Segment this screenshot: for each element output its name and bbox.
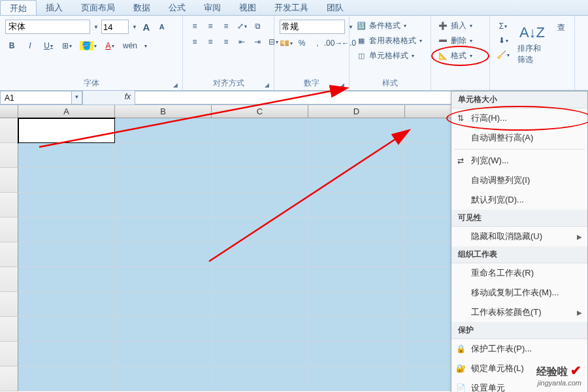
sort-filter-button[interactable]: A↓Z 排序和筛选 [514, 20, 551, 68]
insert-label: 插入 [451, 20, 466, 31]
tab-insert[interactable]: 插入 [37, 0, 72, 15]
name-box[interactable] [0, 91, 72, 105]
menu-protect-sheet[interactable]: 🔒 保护工作表(P)... [451, 339, 587, 359]
align-bottom-button[interactable]: ≡ [220, 20, 233, 33]
select-all-corner[interactable] [0, 105, 18, 118]
borders-button[interactable]: ⊞▾ [60, 39, 73, 52]
conditional-format-button[interactable]: 🔢 条件格式▾ [355, 18, 425, 33]
number-format-select[interactable] [280, 20, 345, 34]
menu-autofit-col[interactable]: 自动调整列宽(I) [451, 171, 587, 190]
row-header[interactable] [0, 317, 18, 342]
menu-move-copy-sheet[interactable]: 移动或复制工作表(M)... [451, 283, 587, 302]
row-header[interactable] [0, 118, 18, 143]
chevron-down-icon[interactable]: ▼ [93, 24, 99, 30]
menu-default-width[interactable]: 默认列宽(D)... [451, 190, 587, 210]
row-header[interactable] [0, 342, 18, 367]
dialog-launcher-icon[interactable]: ◢ [173, 82, 180, 88]
format-dropdown-menu: 单元格大小 ⇅ 行高(H)... 自动调整行高(A) ⇄ 列宽(W)... 自动… [451, 91, 588, 392]
lock-icon: 🔒 [455, 344, 466, 354]
tab-team[interactable]: 团队 [318, 0, 353, 15]
group-font-label: 字体 [0, 78, 182, 89]
align-top-button[interactable]: ≡ [188, 20, 201, 33]
italic-button[interactable]: I [24, 39, 37, 52]
align-left-button[interactable]: ≡ [188, 35, 201, 48]
row-header[interactable] [0, 168, 18, 193]
font-color-button[interactable]: A▾ [103, 39, 116, 52]
comma-button[interactable]: , [311, 37, 324, 50]
fx-label[interactable]: fx [82, 91, 135, 105]
menu-tab-color[interactable]: 工作表标签颜色(T)▶ [451, 302, 587, 322]
row-header[interactable] [0, 267, 18, 292]
cell-style-button[interactable]: ◫ 单元格样式▾ [355, 48, 425, 63]
col-header-d[interactable]: D [308, 105, 405, 118]
group-number: ▼ 💴▾ % , .00→ ←.0 数字 ◢ [274, 16, 350, 90]
tab-home[interactable]: 开始 [0, 0, 37, 15]
row-header[interactable] [0, 292, 18, 317]
insert-cells-button[interactable]: ➕ 插入▾ [436, 18, 484, 33]
font-size-select[interactable] [101, 20, 129, 34]
lock-cell-icon: 🔐 [455, 363, 466, 374]
menu-rename-sheet[interactable]: 重命名工作表(R) [451, 263, 587, 283]
tab-data[interactable]: 数据 [124, 0, 159, 15]
group-number-label: 数字 [274, 78, 349, 89]
insert-icon: ➕ [438, 21, 448, 31]
clear-button[interactable]: 🧹▾ [495, 48, 511, 61]
bold-button[interactable]: B [5, 39, 18, 52]
increase-indent-button[interactable]: ⇥ [251, 35, 264, 48]
menu-section-sheets: 组织工作表 [451, 246, 587, 263]
group-alignment: ≡ ≡ ≡ ⤢▾ ⧉ ≡ ≡ ≡ ⇤ ⇥ ⊟▾ 对齐方式 ◢ [183, 16, 274, 90]
format-cells-button[interactable]: 📐 格式▾ [436, 48, 484, 63]
fill-button[interactable]: ⬇▾ [495, 34, 511, 47]
group-editing: Σ▾ ⬇▾ 🧹▾ A↓Z 排序和筛选 查 [490, 16, 575, 90]
dialog-launcher-icon[interactable]: ◢ [265, 82, 271, 88]
row-headers [0, 118, 18, 391]
orientation-button[interactable]: ⤢▾ [235, 20, 248, 33]
autosum-button[interactable]: Σ▾ [495, 20, 511, 33]
align-middle-button[interactable]: ≡ [204, 20, 217, 33]
menu-row-height[interactable]: ⇅ 行高(H)... [451, 108, 587, 128]
table-format-button[interactable]: ▦ 套用表格格式▾ [355, 33, 425, 48]
chevron-down-icon[interactable]: ▼ [132, 24, 137, 30]
tab-page-layout[interactable]: 页面布局 [72, 0, 124, 15]
row-height-icon: ⇅ [455, 113, 466, 123]
fill-color-button[interactable]: 🪣▾ [78, 39, 98, 52]
align-center-button[interactable]: ≡ [204, 35, 217, 48]
watermark: 经验啦 ✔ jingyanla.com [536, 363, 581, 387]
conditional-format-label: 条件格式 [369, 20, 400, 31]
row-header[interactable] [0, 242, 18, 267]
wrap-text-button[interactable]: ⧉ [251, 20, 264, 33]
phonetic-button[interactable]: wén [122, 39, 139, 52]
font-name-select[interactable] [5, 20, 90, 34]
delete-cells-button[interactable]: ➖ 删除▾ [436, 33, 484, 48]
shrink-font-button[interactable]: A [155, 20, 169, 33]
tab-formulas[interactable]: 公式 [159, 0, 195, 15]
col-header-b[interactable]: B [115, 105, 212, 118]
group-font: ▼ ▼ A A B I U▾ ⊞▾ 🪣▾ A▾ wén▾ 字体 ◢ [0, 16, 183, 90]
increase-decimal-button[interactable]: .00→ [327, 37, 340, 50]
col-header-c[interactable]: C [212, 105, 308, 118]
row-header[interactable] [0, 143, 18, 168]
underline-button[interactable]: U▾ [42, 39, 55, 52]
tab-view[interactable]: 视图 [230, 0, 265, 15]
tab-review[interactable]: 审阅 [195, 0, 230, 15]
dialog-launcher-icon[interactable]: ◢ [340, 82, 346, 88]
row-header[interactable] [0, 193, 18, 218]
menu-col-width[interactable]: ⇄ 列宽(W)... [451, 151, 587, 171]
col-header-a[interactable]: A [18, 105, 115, 118]
currency-button[interactable]: 💴▾ [280, 37, 293, 50]
decrease-indent-button[interactable]: ⇤ [235, 35, 248, 48]
menu-autofit-row[interactable]: 自动调整行高(A) [451, 128, 587, 148]
delete-label: 删除 [451, 35, 466, 46]
align-right-button[interactable]: ≡ [220, 35, 233, 48]
find-button[interactable]: 查 [553, 20, 569, 36]
percent-button[interactable]: % [295, 37, 308, 50]
tab-developer[interactable]: 开发工具 [265, 0, 318, 15]
menu-hide-unhide[interactable]: 隐藏和取消隐藏(U)▶ [451, 227, 587, 246]
grow-font-button[interactable]: A [140, 20, 153, 33]
row-header[interactable] [0, 218, 18, 242]
row-header[interactable] [0, 367, 18, 391]
menu-section-visibility: 可见性 [451, 210, 587, 227]
col-width-icon: ⇄ [455, 155, 466, 166]
name-box-dropdown[interactable]: ▼ [72, 91, 82, 105]
format-label: 格式 [451, 50, 466, 61]
